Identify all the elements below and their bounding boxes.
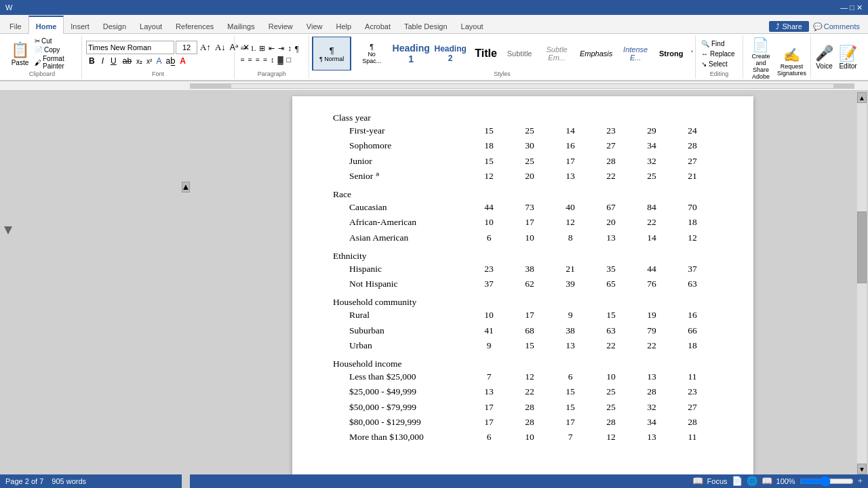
scroll-down-arrow[interactable]: ▼ (857, 464, 867, 474)
editor-button[interactable]: 📝 Editor (839, 45, 857, 70)
style-strong[interactable]: Strong (656, 37, 686, 70)
select-button[interactable]: ↘ Select (700, 60, 738, 68)
superscript-button[interactable]: x² (145, 58, 153, 65)
cell-value: 63 (672, 277, 713, 291)
cell-value: 22 (591, 338, 631, 353)
style-h2[interactable]: Heading 2 (431, 37, 469, 70)
cell-value: 10 (509, 430, 550, 445)
cut-button[interactable]: ✂ Cut (35, 37, 77, 45)
svg-marker-0 (4, 226, 12, 235)
align-left-button[interactable]: ≡ (239, 56, 245, 64)
ribbon-tab-help[interactable]: Help (329, 15, 358, 33)
ribbon-tab-home[interactable]: Home (28, 16, 64, 34)
decrease-indent-button[interactable]: ⇤ (267, 44, 276, 54)
request-signatures-button[interactable]: ✍ Request Signatures (777, 47, 806, 77)
table-row: More than $130,0006107121311 (333, 430, 713, 445)
share-button[interactable]: ⤴ Share (769, 21, 808, 32)
find-button[interactable]: 🔍 Find (700, 39, 738, 48)
increase-indent-button[interactable]: ⇥ (277, 44, 285, 54)
proofing-icon[interactable]: 📖 (692, 476, 703, 487)
bullets-button[interactable]: ≡• (239, 44, 248, 54)
scroll-up-button[interactable]: ▲ (182, 182, 190, 192)
cell-value: 25 (631, 169, 672, 184)
text-highlight-button[interactable]: ab̲ (164, 56, 177, 66)
focus-button[interactable]: Focus (707, 477, 728, 485)
ribbon-tab-layout[interactable]: Layout (133, 15, 169, 33)
comments-icon: 💬 (813, 22, 823, 31)
style-normal[interactable]: ¶ ¶ Normal (312, 37, 351, 70)
style-h1[interactable]: Heading 1 (392, 37, 430, 70)
row-label: Rural (333, 308, 469, 323)
ribbon-tab-references[interactable]: References (169, 15, 220, 33)
table-row: Asian American6108131412 (333, 230, 713, 245)
print-layout-view[interactable]: 📄 (732, 476, 743, 487)
cell-value: 17 (469, 400, 509, 415)
align-right-button[interactable]: ≡ (254, 56, 261, 64)
row-label: $25,000 - $49,999 (333, 384, 469, 399)
paste-button[interactable]: 📋 Paste (7, 40, 33, 68)
show-marks-button[interactable]: ¶ (294, 44, 300, 54)
subscript-button[interactable]: x₂ (135, 58, 144, 65)
grow-font-button[interactable]: A↑ (199, 42, 212, 53)
style-emphasis[interactable]: Emphasis (577, 37, 615, 70)
ribbon-tab-layout[interactable]: Layout (454, 15, 490, 33)
scroll-up-arrow[interactable]: ▲ (857, 92, 867, 103)
styles-scroll-button[interactable]: ▼ (688, 47, 692, 60)
row-label: Hispanic (333, 262, 469, 277)
zoom-level: 100% (776, 477, 795, 485)
row-label: $80,000 - $129,999 (333, 415, 469, 430)
numbering-button[interactable]: 1. (249, 44, 257, 54)
cell-value: 15 (591, 308, 631, 323)
web-layout-view[interactable]: 🌐 (747, 476, 757, 487)
ribbon-tab-review[interactable]: Review (262, 15, 300, 33)
text-effects-button[interactable]: A (155, 56, 163, 66)
strikethrough-button[interactable]: ab (121, 56, 134, 66)
justify-button[interactable]: ≡ (262, 56, 269, 64)
font-name-input[interactable] (86, 41, 174, 54)
style-no-space[interactable]: ¶ No Spac... (353, 37, 391, 70)
ribbon-tab-view[interactable]: View (300, 15, 330, 33)
ribbon-tab-mailings[interactable]: Mailings (220, 15, 261, 33)
cell-value: 25 (509, 123, 550, 138)
cell-value: 62 (509, 277, 550, 291)
border-button[interactable]: □ (285, 56, 293, 64)
ribbon-tab-file[interactable]: File (3, 15, 28, 33)
cell-value: 73 (509, 200, 550, 215)
read-mode-view[interactable]: 📖 (762, 476, 772, 487)
underline-button[interactable]: U (108, 56, 119, 66)
zoom-in-button[interactable]: + (858, 476, 863, 487)
sort-button[interactable]: ↕ (286, 44, 293, 54)
shading-button[interactable]: ▓ (277, 56, 285, 64)
document-page: Class yearFirst-year152514232924Sophomor… (292, 96, 753, 474)
style-subtle-em[interactable]: Subtle Em... (538, 37, 576, 70)
dictate-button[interactable]: 🎤 Voice (815, 45, 833, 70)
ribbon-tab-insert[interactable]: Insert (64, 15, 96, 33)
style-title[interactable]: Title (471, 37, 501, 70)
create-pdf-button[interactable]: 📄 Create and Share Adobe PDF (747, 37, 774, 81)
cell-value: 18 (672, 215, 713, 230)
style-subtitle[interactable]: Subtitle (502, 37, 536, 70)
copy-button[interactable]: 📄 Copy (35, 46, 77, 54)
italic-button[interactable]: I (99, 56, 106, 66)
replace-button[interactable]: ↔ Replace (700, 49, 738, 58)
right-scrollbar[interactable]: ▲ ▼ (856, 91, 868, 474)
cell-value: 28 (591, 415, 631, 430)
shrink-font-button[interactable]: A↓ (214, 42, 227, 53)
table-row: $25,000 - $49,999132215252823 (333, 384, 713, 399)
bold-button[interactable]: B (86, 56, 98, 66)
align-center-button[interactable]: ≡ (246, 56, 253, 64)
line-spacing-button[interactable]: ↕ (269, 56, 276, 64)
format-painter-button[interactable]: 🖌 Format Painter (35, 55, 77, 70)
style-intense-e[interactable]: Intense E... (616, 37, 654, 70)
font-color-button[interactable]: A (178, 56, 187, 66)
ribbon-tab-design[interactable]: Design (96, 15, 133, 33)
comments-button[interactable]: 💬 Comments (813, 22, 860, 31)
multilevel-list-button[interactable]: ⊞ (258, 44, 267, 54)
ribbon-tab-acrobat[interactable]: Acrobat (358, 15, 397, 33)
font-size-input[interactable] (176, 41, 197, 54)
table-row: African-American101712202218 (333, 215, 713, 230)
zoom-slider[interactable] (800, 477, 854, 485)
ribbon-tab-table-design[interactable]: Table Design (397, 15, 454, 33)
cell-value: 22 (631, 338, 672, 353)
styles-group-label: Styles (312, 70, 692, 77)
